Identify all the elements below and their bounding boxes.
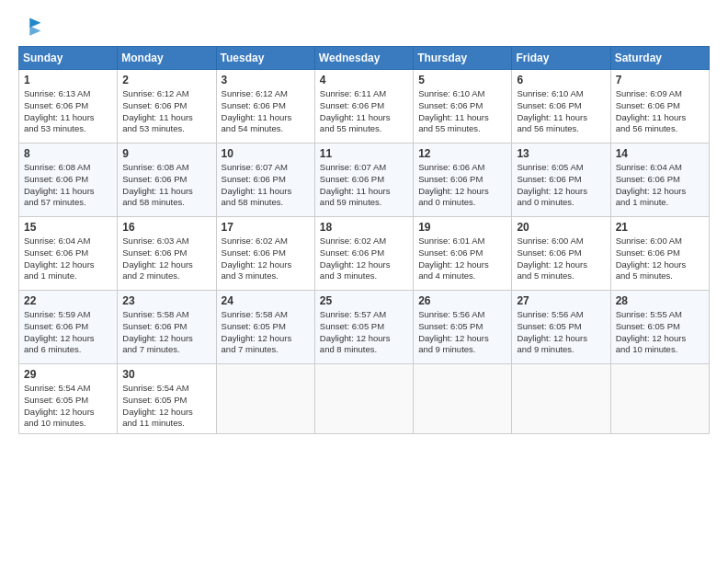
- table-cell: 7Sunrise: 6:09 AM Sunset: 6:06 PM Daylig…: [610, 70, 709, 144]
- day-number: 28: [616, 294, 704, 307]
- cell-info: Sunrise: 6:08 AM Sunset: 6:06 PM Dayligh…: [24, 162, 112, 209]
- day-number: 14: [616, 147, 704, 160]
- day-number: 8: [24, 147, 112, 160]
- weekday-header-row: Sunday Monday Tuesday Wednesday Thursday…: [19, 47, 710, 70]
- table-cell: 13Sunrise: 6:05 AM Sunset: 6:06 PM Dayli…: [512, 144, 610, 217]
- table-cell: [414, 364, 512, 434]
- table-cell: 23Sunrise: 5:58 AM Sunset: 6:06 PM Dayli…: [118, 291, 216, 364]
- cell-info: Sunrise: 6:10 AM Sunset: 6:06 PM Dayligh…: [517, 88, 605, 135]
- cell-info: Sunrise: 5:58 AM Sunset: 6:05 PM Dayligh…: [222, 309, 310, 356]
- day-number: 4: [320, 74, 408, 86]
- table-cell: 27Sunrise: 5:56 AM Sunset: 6:05 PM Dayli…: [512, 291, 610, 364]
- day-number: 17: [222, 221, 310, 234]
- table-cell: 15Sunrise: 6:04 AM Sunset: 6:06 PM Dayli…: [19, 217, 118, 291]
- cell-info: Sunrise: 5:58 AM Sunset: 6:06 PM Dayligh…: [122, 309, 210, 356]
- table-cell: [512, 364, 610, 434]
- calendar-row: 8Sunrise: 6:08 AM Sunset: 6:06 PM Daylig…: [19, 144, 710, 217]
- day-number: 9: [122, 147, 210, 160]
- calendar-row: 29Sunrise: 5:54 AM Sunset: 6:05 PM Dayli…: [19, 364, 710, 434]
- table-cell: 25Sunrise: 5:57 AM Sunset: 6:05 PM Dayli…: [314, 291, 413, 364]
- day-number: 30: [122, 368, 210, 381]
- day-number: 15: [24, 221, 112, 234]
- day-number: 19: [418, 221, 506, 234]
- day-number: 26: [418, 294, 506, 307]
- table-cell: 11Sunrise: 6:07 AM Sunset: 6:06 PM Dayli…: [314, 144, 413, 217]
- table-cell: 1Sunrise: 6:13 AM Sunset: 6:06 PM Daylig…: [19, 70, 118, 144]
- day-number: 27: [517, 294, 605, 307]
- calendar-row: 15Sunrise: 6:04 AM Sunset: 6:06 PM Dayli…: [19, 217, 710, 291]
- cell-info: Sunrise: 5:57 AM Sunset: 6:05 PM Dayligh…: [320, 309, 408, 356]
- cell-info: Sunrise: 6:13 AM Sunset: 6:06 PM Dayligh…: [24, 88, 112, 135]
- table-cell: 18Sunrise: 6:02 AM Sunset: 6:06 PM Dayli…: [314, 217, 413, 291]
- cell-info: Sunrise: 5:56 AM Sunset: 6:05 PM Dayligh…: [517, 309, 605, 356]
- table-cell: 9Sunrise: 6:08 AM Sunset: 6:06 PM Daylig…: [118, 144, 216, 217]
- day-number: 16: [122, 221, 210, 234]
- day-number: 1: [24, 74, 112, 86]
- table-cell: 4Sunrise: 6:11 AM Sunset: 6:06 PM Daylig…: [314, 70, 413, 144]
- logo-icon: [18, 15, 44, 40]
- table-cell: 26Sunrise: 5:56 AM Sunset: 6:05 PM Dayli…: [414, 291, 512, 364]
- cell-info: Sunrise: 6:02 AM Sunset: 6:06 PM Dayligh…: [222, 236, 310, 282]
- cell-info: Sunrise: 5:55 AM Sunset: 6:05 PM Dayligh…: [616, 309, 704, 356]
- table-cell: 10Sunrise: 6:07 AM Sunset: 6:06 PM Dayli…: [216, 144, 314, 217]
- header-row: [18, 15, 710, 40]
- table-cell: 12Sunrise: 6:06 AM Sunset: 6:06 PM Dayli…: [414, 144, 512, 217]
- cell-info: Sunrise: 6:06 AM Sunset: 6:06 PM Dayligh…: [418, 162, 506, 209]
- day-number: 10: [222, 147, 310, 160]
- cell-info: Sunrise: 6:11 AM Sunset: 6:06 PM Dayligh…: [320, 88, 408, 135]
- table-cell: 19Sunrise: 6:01 AM Sunset: 6:06 PM Dayli…: [414, 217, 512, 291]
- cell-info: Sunrise: 6:01 AM Sunset: 6:06 PM Dayligh…: [418, 236, 506, 282]
- day-number: 22: [24, 294, 112, 307]
- calendar-row: 22Sunrise: 5:59 AM Sunset: 6:06 PM Dayli…: [19, 291, 710, 364]
- day-number: 5: [418, 74, 506, 86]
- cell-info: Sunrise: 6:08 AM Sunset: 6:06 PM Dayligh…: [122, 162, 210, 209]
- table-cell: 17Sunrise: 6:02 AM Sunset: 6:06 PM Dayli…: [216, 217, 314, 291]
- header-wednesday: Wednesday: [314, 47, 413, 70]
- logo: [18, 15, 48, 40]
- day-number: 24: [222, 294, 310, 307]
- table-cell: 21Sunrise: 6:00 AM Sunset: 6:06 PM Dayli…: [610, 217, 709, 291]
- table-cell: 30Sunrise: 5:54 AM Sunset: 6:05 PM Dayli…: [118, 364, 216, 434]
- calendar-row: 1Sunrise: 6:13 AM Sunset: 6:06 PM Daylig…: [19, 70, 710, 144]
- day-number: 29: [24, 368, 112, 381]
- table-cell: 6Sunrise: 6:10 AM Sunset: 6:06 PM Daylig…: [512, 70, 610, 144]
- day-number: 12: [418, 147, 506, 160]
- table-cell: [314, 364, 413, 434]
- cell-info: Sunrise: 5:54 AM Sunset: 6:05 PM Dayligh…: [24, 383, 112, 430]
- day-number: 18: [320, 221, 408, 234]
- day-number: 25: [320, 294, 408, 307]
- day-number: 2: [122, 74, 210, 86]
- table-cell: 28Sunrise: 5:55 AM Sunset: 6:05 PM Dayli…: [610, 291, 709, 364]
- table-cell: 22Sunrise: 5:59 AM Sunset: 6:06 PM Dayli…: [19, 291, 118, 364]
- day-number: 23: [122, 294, 210, 307]
- header-sunday: Sunday: [19, 47, 118, 70]
- cell-info: Sunrise: 5:54 AM Sunset: 6:05 PM Dayligh…: [122, 383, 210, 430]
- cell-info: Sunrise: 6:00 AM Sunset: 6:06 PM Dayligh…: [616, 236, 704, 282]
- header-monday: Monday: [118, 47, 216, 70]
- page: Sunday Monday Tuesday Wednesday Thursday…: [0, 0, 728, 563]
- cell-info: Sunrise: 6:12 AM Sunset: 6:06 PM Dayligh…: [222, 88, 310, 135]
- header-friday: Friday: [512, 47, 610, 70]
- table-cell: [610, 364, 709, 434]
- calendar-table: Sunday Monday Tuesday Wednesday Thursday…: [18, 46, 710, 434]
- day-number: 6: [517, 74, 605, 86]
- cell-info: Sunrise: 6:05 AM Sunset: 6:06 PM Dayligh…: [517, 162, 605, 209]
- header-tuesday: Tuesday: [216, 47, 314, 70]
- day-number: 11: [320, 147, 408, 160]
- header-saturday: Saturday: [610, 47, 709, 70]
- cell-info: Sunrise: 6:04 AM Sunset: 6:06 PM Dayligh…: [24, 236, 112, 282]
- cell-info: Sunrise: 6:02 AM Sunset: 6:06 PM Dayligh…: [320, 236, 408, 282]
- header-thursday: Thursday: [414, 47, 512, 70]
- cell-info: Sunrise: 6:10 AM Sunset: 6:06 PM Dayligh…: [418, 88, 506, 135]
- cell-info: Sunrise: 6:07 AM Sunset: 6:06 PM Dayligh…: [222, 162, 310, 209]
- table-cell: 8Sunrise: 6:08 AM Sunset: 6:06 PM Daylig…: [19, 144, 118, 217]
- table-cell: [216, 364, 314, 434]
- cell-info: Sunrise: 6:00 AM Sunset: 6:06 PM Dayligh…: [517, 236, 605, 282]
- table-cell: 20Sunrise: 6:00 AM Sunset: 6:06 PM Dayli…: [512, 217, 610, 291]
- cell-info: Sunrise: 6:12 AM Sunset: 6:06 PM Dayligh…: [122, 88, 210, 135]
- day-number: 20: [517, 221, 605, 234]
- table-cell: 24Sunrise: 5:58 AM Sunset: 6:05 PM Dayli…: [216, 291, 314, 364]
- day-number: 13: [517, 147, 605, 160]
- cell-info: Sunrise: 6:04 AM Sunset: 6:06 PM Dayligh…: [616, 162, 704, 209]
- table-cell: 14Sunrise: 6:04 AM Sunset: 6:06 PM Dayli…: [610, 144, 709, 217]
